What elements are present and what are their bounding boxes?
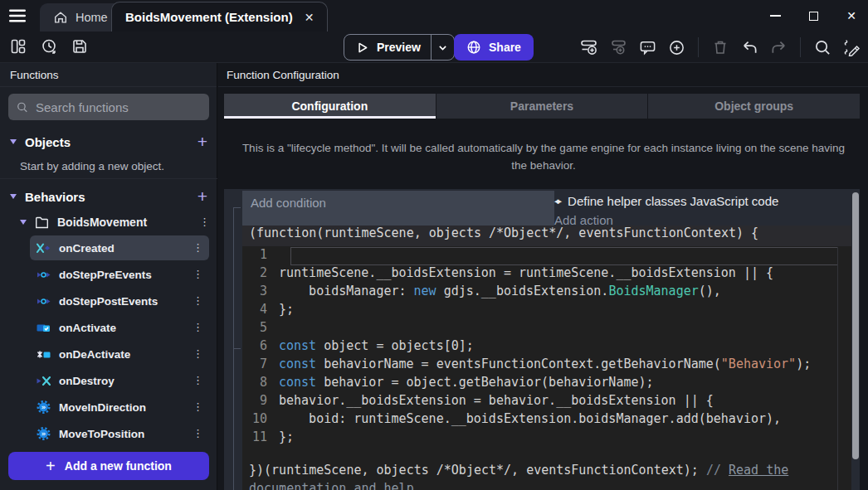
kebab-menu-icon[interactable]: ⋮ bbox=[193, 295, 202, 307]
code-header-line: (function(runtimeScene, objects /*Object… bbox=[242, 226, 851, 246]
hamburger-icon bbox=[8, 8, 27, 23]
kebab-menu-icon[interactable]: ⋮ bbox=[199, 216, 209, 228]
destroy-icon bbox=[37, 375, 51, 387]
js-code-editor[interactable]: (function(runtimeScene, objects /*Object… bbox=[242, 226, 851, 490]
vertical-scrollbar[interactable] bbox=[852, 192, 859, 459]
add-element-button[interactable] bbox=[666, 37, 686, 57]
sidebar-item-dosteppostevents[interactable]: doStepPostEvents ⋮ bbox=[30, 289, 209, 313]
code-line[interactable]: 10 boid: runtimeScene.__boidsExtension.b… bbox=[242, 411, 851, 429]
sidebar-item-oncreated[interactable]: onCreated ⋮ bbox=[30, 235, 209, 260]
objects-section-header[interactable]: Objects + bbox=[0, 129, 217, 154]
code-line[interactable]: 4}; bbox=[242, 302, 851, 320]
trash-icon bbox=[712, 39, 729, 56]
maximize-button[interactable] bbox=[807, 9, 820, 22]
add-condition-button[interactable]: Add condition bbox=[242, 191, 554, 226]
event-gutter-bracket[interactable] bbox=[233, 348, 241, 490]
kebab-menu-icon[interactable]: ⋮ bbox=[193, 348, 202, 360]
sidebar-item-label: MoveToPosition bbox=[59, 428, 184, 440]
preview-dropdown-button[interactable] bbox=[432, 42, 454, 53]
helper-classes-label: Define helper classes JavaScript code bbox=[568, 194, 778, 208]
line-content: behavior.__boidsExtension = behavior.__b… bbox=[279, 393, 714, 411]
line-number: 4 bbox=[242, 302, 279, 320]
kebab-menu-icon[interactable]: ⋮ bbox=[193, 401, 202, 413]
sidebar-item-dosteppreevents[interactable]: doStepPreEvents ⋮ bbox=[30, 262, 209, 287]
sidebar-item-ondeactivate[interactable]: onDeActivate ⋮ bbox=[30, 342, 209, 366]
chevron-down-icon bbox=[437, 42, 448, 53]
sidebar-item-label: onDeActivate bbox=[59, 348, 184, 361]
code-lines: 12runtimeScene.__boidsExtension = runtim… bbox=[242, 247, 851, 448]
edit-extension-button[interactable] bbox=[841, 37, 861, 57]
undo-button[interactable] bbox=[739, 37, 759, 57]
event-gutter-bracket[interactable] bbox=[233, 207, 241, 348]
search-events-button[interactable] bbox=[812, 37, 832, 57]
panel-title: Function Configuration bbox=[218, 63, 868, 87]
tab-object-groups[interactable]: Object groups bbox=[648, 94, 860, 119]
history-button[interactable] bbox=[39, 36, 59, 56]
tab-configuration[interactable]: Configuration bbox=[224, 94, 436, 119]
add-subevent-button[interactable] bbox=[608, 37, 628, 57]
objects-section-title: Objects bbox=[25, 135, 189, 149]
code-line[interactable]: 5 bbox=[242, 320, 851, 338]
pre-events-icon bbox=[37, 269, 51, 281]
sidebar-item-moveindirection[interactable]: » MoveInDirection ⋮ bbox=[30, 395, 209, 420]
toolbar: Preview Share bbox=[0, 32, 868, 63]
add-new-function-button[interactable]: + Add a new function bbox=[8, 452, 209, 480]
code-line[interactable]: 9behavior.__boidsExtension = behavior.__… bbox=[242, 393, 851, 411]
helper-classes-action[interactable]: ◂▸ Define helper classes JavaScript code bbox=[554, 191, 851, 211]
code-line[interactable]: 2runtimeScene.__boidsExtension = runtime… bbox=[242, 265, 851, 284]
code-line[interactable]: 8const behavior = object.getBehavior(beh… bbox=[242, 375, 851, 393]
sidebar-item-movetoposition[interactable]: » MoveToPosition ⋮ bbox=[30, 421, 209, 446]
code-line[interactable]: 7const behaviorName = eventsFunctionCont… bbox=[242, 357, 851, 375]
line-content: const behavior = object.getBehavior(beha… bbox=[279, 375, 654, 393]
kebab-menu-icon[interactable]: ⋮ bbox=[193, 375, 202, 386]
behavior-folder-label: BoidsMovement bbox=[57, 216, 191, 229]
line-content: }; bbox=[279, 429, 294, 448]
line-number: 8 bbox=[242, 375, 279, 393]
tab-parameters[interactable]: Parameters bbox=[436, 94, 649, 119]
behaviors-section-header[interactable]: Behaviors + bbox=[0, 184, 217, 209]
undo-icon bbox=[741, 39, 758, 56]
code-line[interactable]: 3 boidsManager: new gdjs.__boidsExtensio… bbox=[242, 284, 851, 302]
sidebar-item-label: onActivate bbox=[59, 322, 184, 334]
tab-extension[interactable]: BoidsMovement (Extension) ✕ bbox=[111, 2, 328, 32]
add-behavior-button[interactable]: + bbox=[197, 188, 207, 205]
close-button[interactable]: ✕ bbox=[845, 9, 858, 22]
history-clock-icon bbox=[41, 38, 57, 55]
delete-button[interactable] bbox=[710, 37, 730, 57]
line-number: 2 bbox=[242, 265, 279, 284]
redo-button[interactable] bbox=[768, 37, 788, 57]
search-functions-input[interactable] bbox=[36, 100, 201, 114]
minimize-button[interactable] bbox=[768, 9, 782, 22]
event-actions-column: ◂▸ Define helper classes JavaScript code… bbox=[554, 191, 851, 230]
code-line[interactable]: 6const object = objects[0]; bbox=[242, 338, 851, 357]
sidebar-item-ondestroy[interactable]: onDestroy ⋮ bbox=[30, 368, 209, 393]
globe-icon bbox=[466, 40, 481, 55]
move-in-direction-icon: » bbox=[37, 400, 51, 414]
open-panels-button[interactable] bbox=[8, 36, 28, 56]
preview-button[interactable]: Preview bbox=[344, 34, 455, 61]
code-footer-line: })(runtimeScene, objects /*Object*/, eve… bbox=[249, 461, 840, 490]
main-menu-button[interactable] bbox=[7, 6, 28, 26]
code-line[interactable]: 11}; bbox=[242, 429, 851, 448]
add-event-button[interactable] bbox=[579, 37, 599, 57]
kebab-menu-icon[interactable]: ⋮ bbox=[193, 269, 202, 280]
kebab-menu-icon[interactable]: ⋮ bbox=[193, 322, 202, 333]
preview-main[interactable]: Preview bbox=[344, 41, 431, 55]
code-line[interactable]: 1 bbox=[242, 247, 851, 265]
sidebar-item-onactivate[interactable]: onActivate ⋮ bbox=[30, 315, 209, 340]
line-number: 6 bbox=[242, 338, 279, 357]
save-button[interactable] bbox=[70, 36, 90, 56]
line-content: const behaviorName = eventsFunctionConte… bbox=[279, 357, 811, 375]
add-object-button[interactable]: + bbox=[197, 133, 207, 150]
window-controls: ✕ bbox=[768, 0, 858, 32]
search-functions-box[interactable] bbox=[8, 94, 209, 120]
tab-close-icon[interactable]: ✕ bbox=[305, 11, 315, 24]
line-number: 3 bbox=[242, 284, 279, 302]
behavior-folder-row[interactable]: BoidsMovement ⋮ bbox=[20, 211, 209, 234]
kebab-menu-icon[interactable]: ⋮ bbox=[193, 428, 202, 439]
tab-extension-label: BoidsMovement (Extension) bbox=[125, 10, 293, 24]
add-comment-button[interactable] bbox=[637, 37, 657, 57]
share-button[interactable]: Share bbox=[454, 34, 534, 61]
kebab-menu-icon[interactable]: ⋮ bbox=[193, 242, 202, 254]
tab-home[interactable]: Home bbox=[40, 3, 121, 32]
